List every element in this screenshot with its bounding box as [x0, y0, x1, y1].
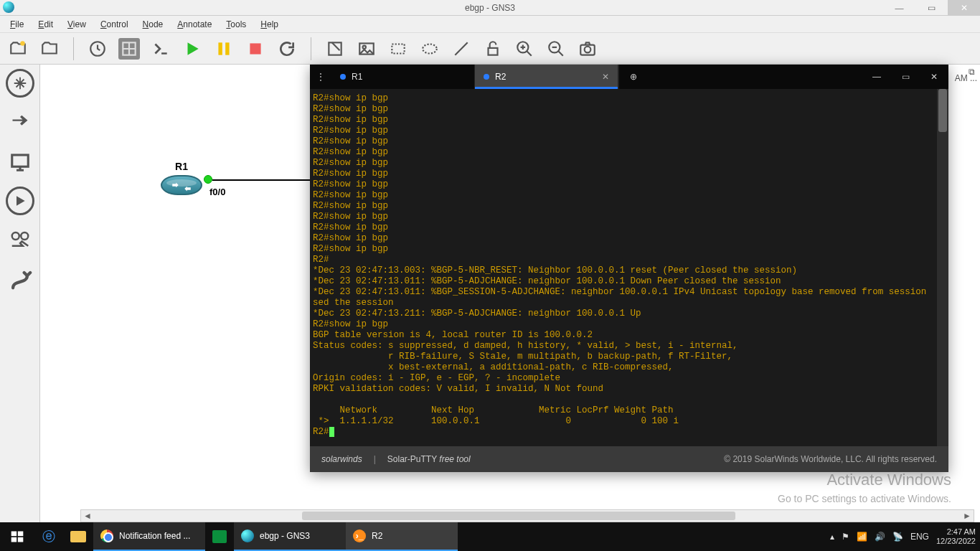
- tray-time: 2:47 AM: [936, 527, 976, 537]
- router-icon: [161, 175, 202, 195]
- svg-rect-21: [11, 537, 17, 542]
- terminal-maximize-button[interactable]: ▭: [891, 65, 920, 89]
- tray-network-icon[interactable]: 📶: [857, 532, 867, 542]
- tab-status-dot: [484, 74, 489, 80]
- interface-label: f0/0: [209, 187, 225, 197]
- scroll-track[interactable]: [94, 510, 961, 522]
- lock-icon[interactable]: [482, 38, 504, 60]
- link-icon[interactable]: [4, 264, 36, 296]
- zoom-out-icon[interactable]: [545, 38, 567, 60]
- close-button[interactable]: ✕: [948, 0, 980, 16]
- note-icon[interactable]: [324, 38, 346, 60]
- screenshot-icon[interactable]: [577, 38, 598, 60]
- svg-rect-22: [18, 537, 24, 542]
- open-project-icon[interactable]: [7, 38, 29, 60]
- terminal-text: R2#show ip bgp R2#show ip bgp R2#show ip…: [313, 93, 948, 426]
- menu-view[interactable]: View: [62, 18, 92, 31]
- terminal-cursor: [329, 427, 335, 437]
- taskbar-gns3[interactable]: ebgp - GNS3: [234, 522, 346, 551]
- tray-flag-icon[interactable]: ⚑: [842, 532, 849, 542]
- tab-close-icon[interactable]: ✕: [602, 72, 609, 82]
- port-status-dot: [204, 175, 212, 184]
- menu-control[interactable]: Control: [95, 18, 134, 31]
- security-devices-icon[interactable]: [6, 187, 34, 215]
- taskbar-store[interactable]: [205, 522, 234, 551]
- pause-icon[interactable]: [213, 38, 235, 60]
- titlebar: ebgp - GNS3 — ▭ ✕: [0, 0, 980, 16]
- scroll-left-icon[interactable]: ◄: [81, 511, 94, 521]
- menu-edit[interactable]: Edit: [32, 18, 59, 31]
- terminal-new-tab-icon[interactable]: ⊕: [618, 65, 647, 89]
- terminal-menu-icon[interactable]: ⋮: [310, 65, 331, 89]
- router-devices-icon[interactable]: [6, 69, 34, 98]
- tray-date: 12/23/2022: [936, 537, 976, 546]
- tray-clock[interactable]: 2:47 AM 12/23/2022: [936, 527, 976, 546]
- app-icon: [3, 1, 14, 13]
- svg-rect-5: [250, 43, 260, 54]
- router-node-r1[interactable]: R1: [161, 161, 202, 195]
- menu-node[interactable]: Node: [137, 18, 169, 31]
- clock-icon[interactable]: [87, 38, 108, 60]
- svg-rect-3: [218, 42, 222, 55]
- terminal-tab-r2[interactable]: R2 ✕: [475, 65, 618, 89]
- zoom-in-icon[interactable]: [514, 38, 535, 60]
- svg-point-17: [11, 232, 19, 240]
- scroll-thumb[interactable]: [302, 512, 735, 520]
- left-dock: [0, 65, 40, 522]
- terminal-tabbar: ⋮ R1 R2 ✕ ⊕ — ▭ ✕: [310, 65, 948, 89]
- menu-file[interactable]: File: [4, 18, 29, 31]
- taskbar-ie[interactable]: ⓔ: [34, 522, 63, 551]
- footer-copyright: © 2019 SolarWinds Worldwide, LLC. All ri…: [724, 454, 937, 464]
- footer-brand: solarwinds: [321, 454, 362, 464]
- horizontal-scrollbar[interactable]: ◄ ►: [80, 509, 974, 522]
- am-label: AM ...: [955, 73, 977, 83]
- folder-icon: [70, 531, 86, 542]
- scroll-right-icon[interactable]: ►: [961, 511, 974, 521]
- terminal-scrollbar[interactable]: [937, 89, 948, 446]
- all-devices-icon[interactable]: [4, 224, 36, 255]
- stop-icon[interactable]: [245, 38, 266, 60]
- rect-icon[interactable]: [387, 38, 409, 60]
- line-icon[interactable]: [451, 38, 472, 60]
- taskbar-gns3-label: ebgp - GNS3: [260, 531, 310, 541]
- terminal-minimize-button[interactable]: —: [862, 65, 891, 89]
- reload-icon[interactable]: [276, 38, 298, 60]
- taskbar-terminal-label: R2: [372, 531, 382, 541]
- toolbar-separator: [73, 37, 74, 60]
- menu-tools[interactable]: Tools: [220, 18, 252, 31]
- svg-rect-9: [392, 44, 404, 53]
- svg-point-0: [20, 41, 25, 46]
- switch-devices-icon[interactable]: [4, 106, 36, 138]
- taskbar-explorer[interactable]: [63, 522, 93, 551]
- terminal-prompt: R2#: [313, 427, 329, 437]
- ellipse-icon[interactable]: [419, 38, 440, 60]
- minimize-button[interactable]: —: [883, 0, 915, 16]
- image-icon[interactable]: [356, 38, 377, 60]
- start-button[interactable]: [0, 522, 34, 551]
- menu-help[interactable]: Help: [255, 18, 284, 31]
- menu-annotate[interactable]: Annotate: [171, 18, 217, 31]
- tab-status-dot: [340, 74, 346, 80]
- terminal-tab-r1[interactable]: R1: [331, 65, 475, 89]
- svg-point-18: [21, 232, 28, 240]
- gns3-icon: [241, 529, 254, 542]
- terminal-close-button[interactable]: ✕: [920, 65, 948, 89]
- maximize-button[interactable]: ▭: [915, 0, 948, 16]
- console-icon[interactable]: [150, 38, 171, 60]
- tray-language[interactable]: ENG: [910, 532, 929, 542]
- toolbar: [0, 33, 980, 65]
- end-devices-icon[interactable]: [4, 146, 36, 178]
- footer-product: Solar-PuTTY free tool: [387, 454, 471, 464]
- svg-rect-19: [11, 532, 17, 537]
- play-icon[interactable]: [182, 38, 203, 60]
- tray-volume-icon[interactable]: 🔊: [875, 532, 885, 542]
- tray-wifi-icon[interactable]: 📡: [892, 532, 903, 542]
- tray-chevron-icon[interactable]: ▴: [830, 532, 834, 542]
- grid-icon[interactable]: [118, 38, 140, 60]
- taskbar-terminal[interactable]: ›_R2: [346, 522, 458, 551]
- terminal-icon: ›_: [353, 529, 366, 542]
- open-folder-icon[interactable]: [39, 38, 60, 60]
- terminal-scroll-thumb[interactable]: [938, 89, 947, 132]
- taskbar-chrome[interactable]: Notification feed ...: [93, 522, 205, 551]
- terminal-output[interactable]: R2#show ip bgp R2#show ip bgp R2#show ip…: [310, 89, 948, 446]
